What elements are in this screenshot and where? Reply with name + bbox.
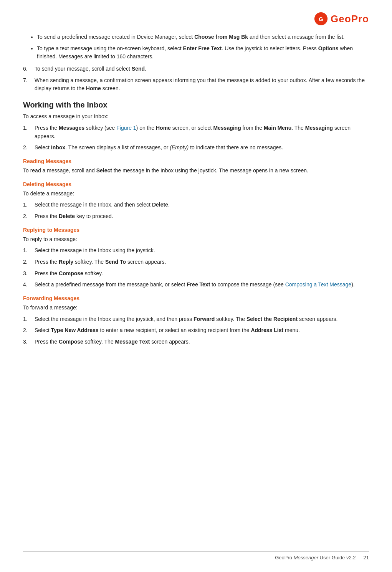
page-footer: GeoPro Messenger User Guide v2.2 21: [23, 551, 369, 560]
forwarding-intro: To forward a message:: [23, 304, 369, 312]
footer-label: GeoPro Messenger User Guide v2.2: [275, 555, 356, 560]
deleting-step-2: 2. Press the Delete key to proceed.: [23, 212, 369, 221]
forwarding-step-3: 3. Press the Compose softkey. The Messag…: [23, 338, 369, 346]
numbered-list-top: 6. To send your message, scroll and sele…: [23, 65, 369, 93]
geopro-icon: G: [314, 12, 328, 26]
working-step-1: 1. Press the Messages softkey (see Figur…: [23, 124, 369, 141]
subheading-reading-messages: Reading Messages: [23, 158, 369, 164]
logo: G GeoPro: [314, 12, 369, 26]
page-header: G GeoPro: [23, 12, 369, 26]
replying-step-1: 1. Select the message in the Inbox using…: [23, 246, 369, 255]
deleting-intro: To delete a message:: [23, 190, 369, 198]
subheading-forwarding-messages: Forwarding Messages: [23, 295, 369, 301]
reading-messages-body: To read a message, scroll and Select the…: [23, 167, 369, 175]
footer-page-number: 21: [364, 555, 369, 560]
replying-step-2: 2. Press the Reply softkey. The Send To …: [23, 258, 369, 266]
section-heading-working-inbox: Working with the Inbox: [23, 101, 369, 109]
forwarding-step-1: 1. Select the message in the Inbox using…: [23, 315, 369, 324]
main-content: To send a predefined message created in …: [23, 33, 369, 346]
subheading-deleting-messages: Deleting Messages: [23, 181, 369, 187]
replying-step-3: 3. Press the Compose softkey.: [23, 269, 369, 278]
page: G GeoPro To send a predefined message cr…: [0, 0, 392, 572]
subheading-replying-messages: Replying to Messages: [23, 227, 369, 233]
working-inbox-steps: 1. Press the Messages softkey (see Figur…: [23, 124, 369, 152]
composing-link[interactable]: Composing a Text Message: [285, 281, 352, 288]
deleting-steps: 1. Select the message in the Inbox, and …: [23, 201, 369, 220]
forwarding-steps: 1. Select the message in the Inbox using…: [23, 315, 369, 346]
footer-content: GeoPro Messenger User Guide v2.2 21: [23, 555, 369, 560]
list-item-7: 7. When sending a message, a confirmatio…: [23, 76, 369, 93]
deleting-step-1: 1. Select the message in the Inbox, and …: [23, 201, 369, 209]
logo-text: GeoPro: [331, 13, 369, 25]
bullet-item-1: To send a predefined message created in …: [37, 33, 369, 41]
working-inbox-intro: To access a message in your Inbox:: [23, 112, 369, 121]
intro-bullets: To send a predefined message created in …: [37, 33, 369, 61]
logo-pro: Pro: [351, 13, 369, 25]
logo-geo: Geo: [331, 13, 351, 25]
forwarding-step-2: 2. Select Type New Address to enter a ne…: [23, 326, 369, 335]
bullet-item-2: To type a text message using the on-scre…: [37, 45, 369, 61]
working-step-2: 2. Select Inbox. The screen displays a l…: [23, 144, 369, 152]
figure1-link[interactable]: Figure 1: [116, 125, 136, 131]
replying-steps: 1. Select the message in the Inbox using…: [23, 246, 369, 289]
svg-text:G: G: [319, 16, 323, 22]
replying-intro: To reply to a message:: [23, 235, 369, 244]
list-item-6: 6. To send your message, scroll and sele…: [23, 65, 369, 73]
replying-step-4: 4. Select a predefined message from the …: [23, 281, 369, 289]
